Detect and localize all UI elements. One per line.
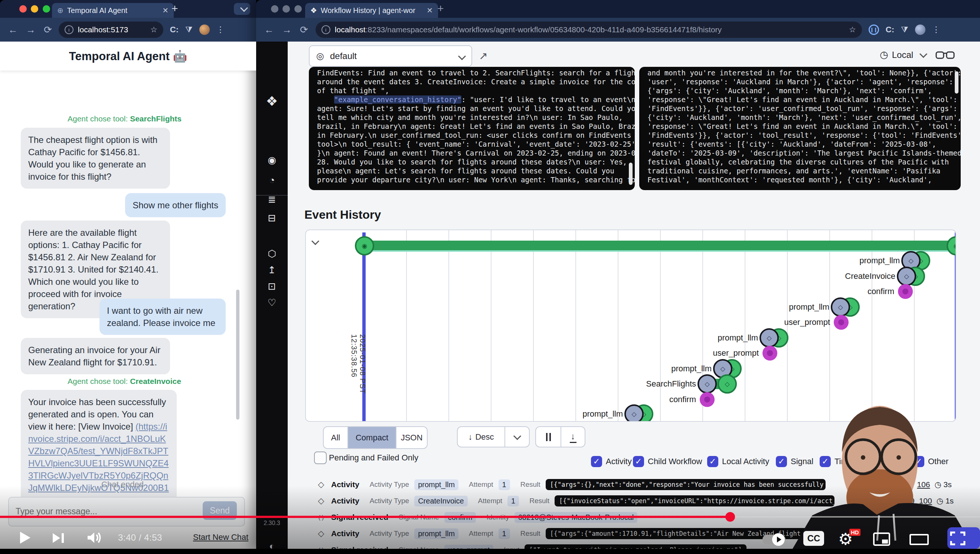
timezone-value: Local <box>892 50 913 60</box>
activity-start-node[interactable]: ◇ <box>624 404 644 422</box>
next-button[interactable] <box>53 533 64 544</box>
stack-icon[interactable]: ≣ <box>256 194 288 205</box>
browser-tab[interactable]: ⊕ Temporal AI Agent ✕ <box>52 3 174 18</box>
settings-gear-icon[interactable]: ⚙ HD <box>838 530 853 548</box>
video-playhead[interactable] <box>725 512 735 522</box>
theater-mode-button[interactable] <box>910 534 929 545</box>
tab-title: Workflow History | agent-wor <box>321 6 423 15</box>
export-icon[interactable]: ↥ <box>256 264 288 276</box>
archive-icon[interactable]: ⊟ <box>256 212 288 224</box>
video-progress-played[interactable] <box>0 516 728 518</box>
filter-checkbox-signal[interactable]: ✓ <box>776 456 787 467</box>
reader-glasses-icon[interactable] <box>935 50 955 61</box>
tab-title: Temporal AI Agent <box>67 6 159 15</box>
right-toolbar: ← → ⟳ i localhost:8233/namespaces/defaul… <box>256 18 980 41</box>
minimize-window-button[interactable] <box>31 5 38 13</box>
address-bar[interactable]: i localhost:8233/namespaces/default/work… <box>315 22 862 38</box>
left-tab-bar: ⊕ Temporal AI Agent ✕ + <box>0 0 256 18</box>
namespace-select[interactable]: ◎ default <box>309 45 472 67</box>
extensions-puzzle-icon[interactable]: ⧩ <box>901 25 908 35</box>
miniplayer-button[interactable] <box>873 532 890 546</box>
timeline-event-label: prompt_llm <box>671 364 712 374</box>
pause-feed-button[interactable] <box>536 427 561 447</box>
back-icon[interactable]: ← <box>264 24 274 36</box>
scrollbar-thumb[interactable] <box>955 71 958 94</box>
workflow-result-json[interactable]: and month you're interested in for the e… <box>639 67 961 190</box>
filter-checkbox-local-activity[interactable]: ✓ <box>707 456 718 467</box>
signal-node[interactable] <box>898 284 913 299</box>
autoplay-toggle[interactable] <box>762 535 786 544</box>
left-toolbar: ← → ⟳ i localhost:5173 ☆ C: ⧩ ⋮ <box>0 18 256 41</box>
video-progress-remaining[interactable] <box>733 516 980 517</box>
user-message: I want to go with air new zealand. Pleas… <box>100 299 226 335</box>
close-tab-icon[interactable]: ✕ <box>426 6 433 15</box>
new-tab-button[interactable]: + <box>172 2 178 15</box>
zoom-window-button[interactable] <box>294 5 302 13</box>
sort-order-button[interactable]: ↓Desc <box>457 426 530 447</box>
extensions-puzzle-icon[interactable]: ⧩ <box>185 25 192 35</box>
activity-end-node[interactable]: ◇ <box>718 374 737 393</box>
forward-icon[interactable]: → <box>282 24 292 36</box>
address-bar[interactable]: i localhost:5173 ☆ <box>59 22 163 38</box>
profile-avatar[interactable] <box>199 24 210 35</box>
timeline-event-label: confirm <box>669 395 696 404</box>
feedback-icon[interactable]: ⊡ <box>256 281 288 292</box>
close-window-button[interactable] <box>271 5 278 13</box>
open-in-new-icon[interactable]: ↗ <box>479 50 487 62</box>
timeline-event-label: user_prompt <box>713 348 759 358</box>
filter-checkbox-child-workflow[interactable]: ✓ <box>633 456 644 467</box>
schedules-icon[interactable]: ◔ <box>256 175 288 186</box>
workflows-icon[interactable]: ◉ <box>256 154 288 166</box>
heart-icon[interactable]: ♡ <box>256 297 288 309</box>
reload-icon[interactable]: ⟳ <box>300 24 308 36</box>
sort-label: Desc <box>475 432 494 442</box>
page-title: Temporal AI Agent 🤖 <box>69 49 187 63</box>
subtitles-button[interactable]: CC <box>803 531 824 546</box>
timeline-event-label: SearchFlights <box>646 379 696 389</box>
close-tab-icon[interactable]: ✕ <box>162 6 169 15</box>
back-icon[interactable]: ← <box>8 24 18 36</box>
signal-node[interactable] <box>700 392 714 407</box>
site-info-icon[interactable]: i <box>65 25 73 34</box>
bookmark-star-icon[interactable]: ☆ <box>849 25 856 34</box>
cube-icon[interactable]: ⬡ <box>256 248 288 259</box>
reload-icon[interactable]: ⟳ <box>44 24 52 36</box>
pending-failed-checkbox[interactable] <box>314 452 327 464</box>
timeline-event-label: prompt_llm <box>789 302 829 312</box>
browser-menu-icon[interactable]: ⋮ <box>216 25 224 35</box>
scrollbar-thumb[interactable] <box>629 162 633 185</box>
zoom-window-button[interactable] <box>43 5 50 13</box>
view-tab-json[interactable]: JSON <box>396 427 427 448</box>
volume-icon[interactable] <box>86 531 103 544</box>
tab-search-button[interactable] <box>234 3 250 15</box>
activity-start-node[interactable]: ◇ <box>759 328 779 347</box>
fullscreen-button[interactable] <box>950 531 966 546</box>
chat-scrollbar[interactable] <box>236 290 239 420</box>
browser-tab[interactable]: ❖ Workflow History | agent-wor ✕ <box>305 3 438 18</box>
minimize-window-button[interactable] <box>283 5 290 13</box>
profile-avatar[interactable] <box>915 24 926 35</box>
signal-node[interactable] <box>762 346 777 361</box>
filter-checkbox-activity[interactable]: ✓ <box>591 456 602 467</box>
signal-node[interactable] <box>834 315 849 330</box>
download-history-button[interactable]: ↓ <box>561 431 585 443</box>
browser-menu-icon[interactable]: ⋮ <box>932 25 940 35</box>
activity-start-node[interactable]: ◇ <box>697 374 717 393</box>
workflow-input-json[interactable]: FindEvents: Find an event to travel to 2… <box>309 67 635 190</box>
pause-extension-icon[interactable]: ❙❙ <box>869 24 879 35</box>
close-window-button[interactable] <box>19 5 27 13</box>
activity-start-node[interactable]: ◇ <box>897 267 916 286</box>
activity-start-node[interactable]: ◇ <box>831 298 850 317</box>
bookmark-star-icon[interactable]: ☆ <box>150 25 158 34</box>
site-info-icon[interactable]: i <box>321 25 330 34</box>
extension-c-icon[interactable]: C: <box>886 25 894 35</box>
view-tab-compact[interactable]: Compact <box>348 427 396 448</box>
timezone-select[interactable]: ◷ Local <box>880 49 926 60</box>
play-button[interactable] <box>20 532 30 544</box>
view-tab-all[interactable]: All <box>324 427 348 448</box>
extension-c-icon[interactable]: C: <box>170 25 178 35</box>
forward-icon[interactable]: → <box>26 24 36 36</box>
new-tab-button[interactable]: + <box>437 2 444 15</box>
sort-dropdown[interactable] <box>505 435 529 439</box>
temporal-logo-icon[interactable]: ❖ <box>256 94 288 109</box>
